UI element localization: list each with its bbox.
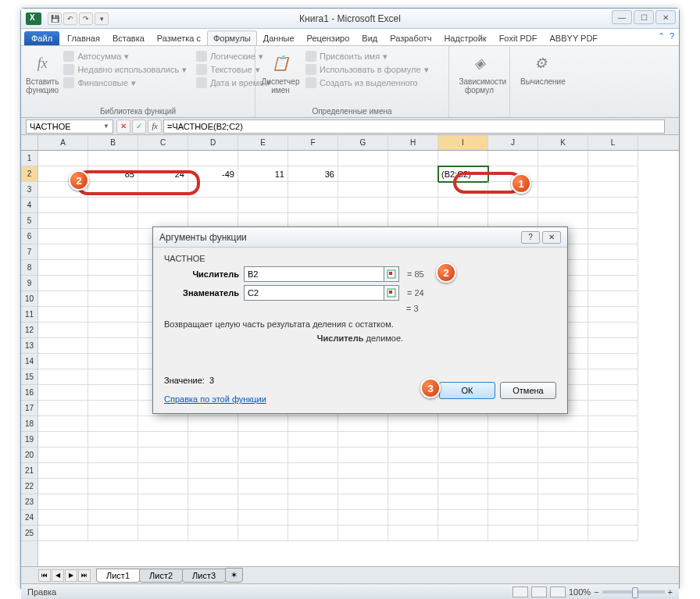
cell[interactable] [88,213,138,229]
cell[interactable] [38,479,88,494]
cell[interactable] [438,479,488,494]
cell[interactable] [188,463,238,479]
cell[interactable] [388,447,438,463]
row-header[interactable]: 16 [21,385,38,401]
col-header[interactable]: B [88,135,138,150]
row-header[interactable]: 17 [21,401,38,416]
cell[interactable] [38,369,88,385]
cell-B2[interactable]: 85 [88,166,138,182]
row-header[interactable]: 14 [21,354,38,369]
cell[interactable] [538,182,588,198]
view-break-icon[interactable] [550,587,566,597]
cell[interactable] [88,447,138,463]
cell[interactable] [338,166,388,182]
cell[interactable] [588,432,638,447]
cell[interactable] [288,416,338,432]
cell[interactable] [338,526,388,541]
ribbon-minimize-icon[interactable]: ⌃ [658,31,665,41]
cell[interactable] [88,416,138,432]
app-icon[interactable] [26,12,41,25]
cell[interactable] [388,526,438,541]
cell[interactable] [288,494,338,510]
tab-insert[interactable]: Вставка [106,30,151,45]
cell[interactable] [338,494,388,510]
help-icon[interactable]: ? [670,31,674,41]
cell[interactable] [188,526,238,541]
qa-redo-icon[interactable]: ↷ [79,12,93,25]
cell[interactable] [88,510,138,526]
cell[interactable] [88,198,138,213]
dialog-close-button[interactable]: ✕ [542,231,561,244]
cell[interactable] [88,307,138,323]
cell[interactable] [588,182,638,198]
cell[interactable] [488,526,538,541]
cell[interactable] [88,244,138,260]
tab-data[interactable]: Данные [257,30,301,45]
cell[interactable] [238,463,288,479]
cell[interactable] [388,510,438,526]
function-help-link[interactable]: Справка по этой функции [164,394,266,404]
cell[interactable] [288,182,338,198]
cell[interactable] [88,291,138,307]
create-from-sel-button[interactable]: Создать из выделенного [305,77,429,88]
arg2-range-picker[interactable] [384,285,399,301]
cell[interactable] [38,307,88,323]
tab-formulas[interactable]: Формулы [207,30,257,45]
namebox-dropdown-icon[interactable]: ▼ [103,123,109,130]
row-header[interactable]: 13 [21,338,38,354]
row-header[interactable]: 12 [21,323,38,338]
zoom-in-button[interactable]: + [668,587,673,597]
tab-abbyy[interactable]: ABBYY PDF [544,30,605,45]
cell[interactable] [538,510,588,526]
row-header[interactable]: 22 [21,479,38,494]
row-header[interactable]: 8 [21,260,38,276]
qa-undo-icon[interactable]: ↶ [63,12,77,25]
cell[interactable] [488,510,538,526]
col-header[interactable]: K [538,135,588,150]
cell[interactable] [88,354,138,369]
cell[interactable] [338,463,388,479]
cell[interactable] [538,463,588,479]
cell[interactable] [538,416,588,432]
select-all-corner[interactable] [21,135,38,151]
cell[interactable] [88,338,138,354]
cell[interactable] [138,526,188,541]
tab-foxit[interactable]: Foxit PDF [493,30,544,45]
cell[interactable] [238,526,288,541]
formula-auditing-button[interactable]: ◈ Зависимости формул [459,49,500,117]
cell[interactable] [38,291,88,307]
cell[interactable] [88,369,138,385]
cell[interactable] [438,447,488,463]
cell[interactable] [388,416,438,432]
col-header[interactable]: I [438,135,488,150]
cell[interactable] [338,510,388,526]
row-header[interactable]: 9 [21,276,38,291]
tab-addins[interactable]: Надстройк [438,30,492,45]
cell[interactable] [588,354,638,369]
cell[interactable] [288,432,338,447]
cell[interactable] [488,479,538,494]
cell[interactable] [38,385,88,401]
cell[interactable] [188,432,238,447]
tab-layout[interactable]: Разметка с [151,30,207,45]
cell[interactable] [338,182,388,198]
col-header[interactable]: J [488,135,538,150]
cell[interactable] [138,510,188,526]
cell[interactable] [488,416,538,432]
cell[interactable] [238,479,288,494]
define-name-button[interactable]: Присвоить имя ▾ [305,51,429,62]
zoom-slider[interactable] [602,590,665,594]
cell[interactable] [38,416,88,432]
cell[interactable] [588,447,638,463]
row-header[interactable]: 5 [21,213,38,229]
cell[interactable] [88,432,138,447]
cell[interactable] [138,198,188,213]
qa-save-icon[interactable]: 💾 [48,12,62,25]
cell[interactable] [238,416,288,432]
arg1-input[interactable] [244,266,384,282]
cell[interactable] [538,447,588,463]
cell[interactable] [388,494,438,510]
cell[interactable] [488,198,538,213]
maximize-button[interactable]: ☐ [634,10,654,24]
view-normal-icon[interactable] [512,587,528,597]
